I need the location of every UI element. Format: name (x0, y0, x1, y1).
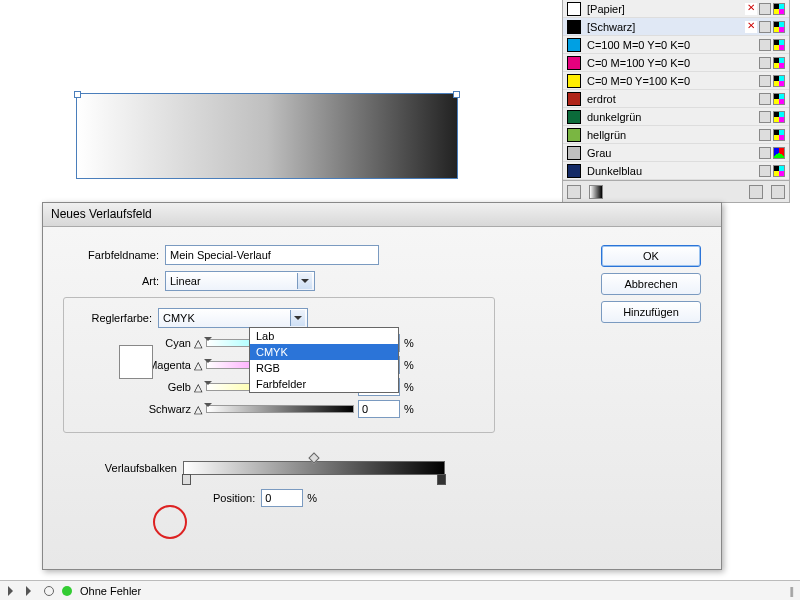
plain-icon (759, 75, 771, 87)
gradient-ramp[interactable] (183, 461, 445, 475)
swatch-name: hellgrün (587, 129, 759, 141)
gradient-ramp-label: Verlaufsbalken (87, 462, 177, 474)
swatch-row[interactable]: C=0 M=0 Y=100 K=0 (563, 72, 789, 90)
resize-grip-icon[interactable]: ||| (789, 585, 792, 597)
swatch-icons (759, 75, 785, 87)
step-icon[interactable] (26, 586, 36, 596)
black-slider[interactable] (206, 405, 354, 413)
swatches-footer (563, 180, 789, 202)
loop-icon[interactable] (44, 586, 54, 596)
black-input[interactable] (358, 400, 400, 418)
dropdown-option-rgb[interactable]: RGB (250, 360, 398, 376)
swatch-color-chip (567, 92, 581, 106)
midpoint-handle[interactable] (308, 452, 319, 463)
swatch-name: C=0 M=100 Y=0 K=0 (587, 57, 759, 69)
stop-color-select[interactable]: CMYK (158, 308, 308, 328)
swatch-row[interactable]: Dunkelblau (563, 162, 789, 180)
swatch-icons (759, 39, 785, 51)
swatch-footer-icon[interactable] (589, 185, 603, 199)
type-select[interactable]: Linear (165, 271, 315, 291)
swatch-row[interactable]: hellgrün (563, 126, 789, 144)
swatch-name: Grau (587, 147, 759, 159)
swatch-row[interactable]: C=100 M=0 Y=0 K=0 (563, 36, 789, 54)
swatch-color-chip (567, 74, 581, 88)
black-label: Schwarz △ (146, 403, 202, 416)
swatch-icons: ✕ (745, 3, 785, 15)
cmyk-icon (773, 111, 785, 123)
chevron-down-icon (297, 273, 312, 289)
swatch-name: C=0 M=0 Y=100 K=0 (587, 75, 759, 87)
rgb-icon (773, 147, 785, 159)
dropdown-option-cmyk[interactable]: CMYK (250, 344, 398, 360)
swatch-row[interactable]: C=0 M=100 Y=0 K=0 (563, 54, 789, 72)
status-text: Ohne Fehler (80, 585, 141, 597)
cmyk-icon (773, 3, 785, 15)
add-button[interactable]: Hinzufügen (601, 301, 701, 323)
swatch-name: dunkelgrün (587, 111, 759, 123)
swatch-name: [Papier] (587, 3, 745, 15)
play-icon[interactable] (8, 586, 18, 596)
swatch-color-chip (567, 38, 581, 52)
swatch-name: erdrot (587, 93, 759, 105)
cyan-label: Cyan △ (146, 337, 202, 350)
dropdown-option-swatches[interactable]: Farbfelder (250, 376, 398, 392)
swatch-footer-icon[interactable] (567, 185, 581, 199)
stop-color-label: Reglerfarbe: (66, 312, 152, 324)
swatch-icons (759, 93, 785, 105)
gradient-stop-right[interactable] (437, 474, 446, 485)
new-gradient-dialog: Neues Verlaufsfeld Farbfeldname: Art: Li… (42, 202, 722, 570)
type-label: Art: (63, 275, 159, 287)
annotation-circle (153, 505, 187, 539)
swatch-row[interactable]: Grau (563, 144, 789, 162)
swatch-row[interactable]: [Papier]✕ (563, 0, 789, 18)
swatch-icons (759, 165, 785, 177)
swatch-icons (759, 57, 785, 69)
position-label: Position: (213, 492, 255, 504)
swatch-name: [Schwarz] (587, 21, 745, 33)
magenta-label: Magenta △ (146, 359, 202, 372)
swatch-color-chip (567, 110, 581, 124)
status-dot-icon (62, 586, 72, 596)
swatches-panel: [Papier]✕[Schwarz]✕C=100 M=0 Y=0 K=0C=0 … (562, 0, 790, 203)
yellow-label: Gelb △ (146, 381, 202, 394)
x-icon: ✕ (745, 3, 757, 15)
ok-button[interactable]: OK (601, 245, 701, 267)
dropdown-option-lab[interactable]: Lab (250, 328, 398, 344)
new-swatch-icon[interactable] (749, 185, 763, 199)
swatch-name: C=100 M=0 Y=0 K=0 (587, 39, 759, 51)
swatch-color-chip (567, 2, 581, 16)
plain-icon (759, 39, 771, 51)
swatch-row[interactable]: [Schwarz]✕ (563, 18, 789, 36)
swatch-icons (759, 129, 785, 141)
plain-icon (759, 21, 771, 33)
swatch-icons (759, 147, 785, 159)
color-preview-swatch[interactable] (119, 345, 153, 379)
trash-icon[interactable] (771, 185, 785, 199)
cancel-button[interactable]: Abbrechen (601, 273, 701, 295)
dialog-title: Neues Verlaufsfeld (43, 203, 721, 227)
swatch-row[interactable]: dunkelgrün (563, 108, 789, 126)
cmyk-icon (773, 39, 785, 51)
plain-icon (759, 129, 771, 141)
x-icon: ✕ (745, 21, 757, 33)
position-input[interactable] (261, 489, 303, 507)
swatch-color-chip (567, 128, 581, 142)
swatch-name-input[interactable] (165, 245, 379, 265)
cmyk-icon (773, 129, 785, 141)
plain-icon (759, 57, 771, 69)
plain-icon (759, 3, 771, 15)
cmyk-icon (773, 93, 785, 105)
gradient-stop-left[interactable] (182, 474, 191, 485)
plain-icon (759, 93, 771, 105)
gradient-rectangle-object[interactable] (76, 93, 458, 179)
swatch-row[interactable]: erdrot (563, 90, 789, 108)
cmyk-icon (773, 21, 785, 33)
status-bar: Ohne Fehler ||| (0, 580, 800, 600)
cmyk-icon (773, 165, 785, 177)
swatch-color-chip (567, 164, 581, 178)
name-label: Farbfeldname: (63, 249, 159, 261)
stop-color-dropdown[interactable]: Lab CMYK RGB Farbfelder (249, 327, 399, 393)
swatch-name: Dunkelblau (587, 165, 759, 177)
plain-icon (759, 111, 771, 123)
cmyk-icon (773, 57, 785, 69)
